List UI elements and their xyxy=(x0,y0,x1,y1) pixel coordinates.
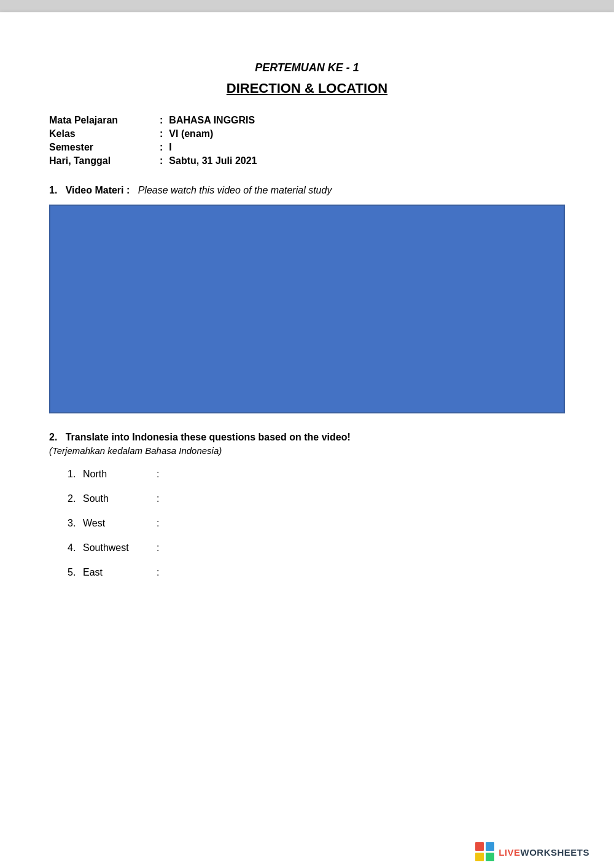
subject-label: Mata Pelajaran xyxy=(49,115,160,126)
section1-instruction: Please watch this video of the material … xyxy=(138,185,332,195)
item-answer-1[interactable] xyxy=(165,468,565,480)
translate-item: 1.North: xyxy=(68,468,565,480)
info-row-semester: Semester : I xyxy=(49,142,565,153)
logo-square-red xyxy=(475,842,484,851)
logo-square-yellow xyxy=(475,853,484,861)
item-answer-2[interactable] xyxy=(165,493,565,505)
logo-square-blue xyxy=(486,842,494,851)
date-label: Hari, Tanggal xyxy=(49,155,160,166)
item-word-4: Southwest xyxy=(83,542,157,553)
logo-text: LIVEWORKSHEETS xyxy=(499,847,589,858)
section2-title: 2. Translate into Indonesia these questi… xyxy=(49,432,565,443)
item-word-1: North xyxy=(83,469,157,480)
semester-value: I xyxy=(169,142,171,153)
item-colon-1: : xyxy=(157,469,159,480)
info-row-date: Hari, Tanggal : Sabtu, 31 Juli 2021 xyxy=(49,155,565,166)
translate-item: 4.Southwest: xyxy=(68,542,565,554)
translate-item: 2.South: xyxy=(68,493,565,505)
section2-title-text: Translate into Indonesia these questions… xyxy=(66,432,351,442)
section2-number: 2. xyxy=(49,432,57,442)
class-colon: : xyxy=(160,128,163,139)
header-title: DIRECTION & LOCATION xyxy=(49,80,565,96)
item-word-5: East xyxy=(83,567,157,578)
class-value: VI (enam) xyxy=(169,128,213,139)
item-answer-3[interactable] xyxy=(165,517,565,530)
header-subtitle: PERTEMUAN KE - 1 xyxy=(49,61,565,74)
semester-label: Semester xyxy=(49,142,160,153)
item-word-2: South xyxy=(83,493,157,504)
logo-worksheets-text: WORKSHEETS xyxy=(520,847,589,858)
date-value: Sabtu, 31 Juli 2021 xyxy=(169,155,257,166)
item-colon-3: : xyxy=(157,518,159,529)
item-number-2: 2. xyxy=(68,493,83,504)
item-word-3: West xyxy=(83,518,157,529)
section2-subtitle: (Terjemahkan kedalam Bahasa Indonesia) xyxy=(49,445,565,456)
item-colon-5: : xyxy=(157,567,159,578)
item-number-3: 3. xyxy=(68,518,83,529)
liveworksheets-logo: LIVEWORKSHEETS xyxy=(475,842,589,862)
section1-label: Video Materi : xyxy=(66,185,130,195)
item-colon-4: : xyxy=(157,542,159,553)
page: PERTEMUAN KE - 1 DIRECTION & LOCATION Ma… xyxy=(0,12,614,868)
info-row-class: Kelas : VI (enam) xyxy=(49,128,565,139)
item-number-1: 1. xyxy=(68,469,83,480)
section1-title: 1. Video Materi : Please watch this vide… xyxy=(49,185,565,196)
translate-list: 1.North:2.South:3.West:4.Southwest:5.Eas… xyxy=(49,468,565,579)
translate-item: 3.West: xyxy=(68,517,565,530)
class-label: Kelas xyxy=(49,128,160,139)
section1-number: 1. xyxy=(49,185,57,195)
info-table: Mata Pelajaran : BAHASA INGGRIS Kelas : … xyxy=(49,115,565,166)
subject-colon: : xyxy=(160,115,163,126)
logo-live-text: LIVE xyxy=(499,847,520,858)
section1: 1. Video Materi : Please watch this vide… xyxy=(49,185,565,413)
logo-square-green xyxy=(486,853,494,861)
semester-colon: : xyxy=(160,142,163,153)
logo-squares xyxy=(475,842,495,862)
section2: 2. Translate into Indonesia these questi… xyxy=(49,432,565,579)
date-colon: : xyxy=(160,155,163,166)
item-answer-4[interactable] xyxy=(165,542,565,554)
item-answer-5[interactable] xyxy=(165,566,565,579)
item-colon-2: : xyxy=(157,493,159,504)
info-row-subject: Mata Pelajaran : BAHASA INGGRIS xyxy=(49,115,565,126)
subject-value: BAHASA INGGRIS xyxy=(169,115,255,126)
video-placeholder[interactable] xyxy=(49,205,565,413)
item-number-4: 4. xyxy=(68,542,83,553)
item-number-5: 5. xyxy=(68,567,83,578)
translate-item: 5.East: xyxy=(68,566,565,579)
